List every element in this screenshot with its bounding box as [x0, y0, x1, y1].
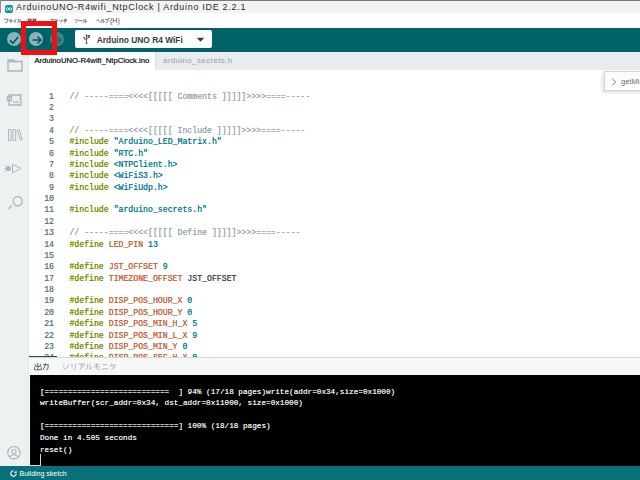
- svg-text:(H): (H): [110, 17, 120, 25]
